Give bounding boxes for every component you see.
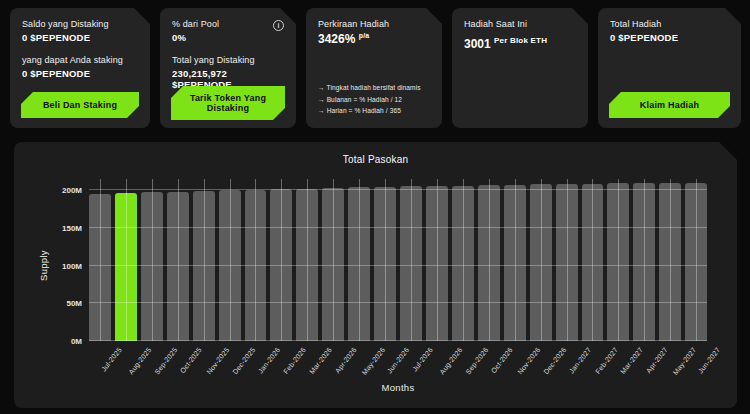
- claim-rewards-button[interactable]: Klaim Hadiah: [609, 92, 730, 118]
- bar-slot: Jul-2025: [89, 179, 111, 341]
- x-tick-label: Aug-2025: [127, 346, 152, 376]
- x-tick-label: Apr-2027: [645, 346, 669, 374]
- current-rewards-value: 3001 Per Blok ETH: [464, 36, 576, 51]
- pool-share-label: % dari Pool: [172, 19, 219, 29]
- current-rewards-label: Hadiah Saat Ini: [464, 19, 576, 29]
- rewards-note: → Tingkat hadiah bersifat dinamis: [318, 82, 421, 94]
- vertical-gridline: [696, 179, 697, 341]
- vertical-gridline: [359, 179, 360, 341]
- bar-slot: Feb-2026: [270, 179, 292, 341]
- vertical-gridline: [670, 179, 671, 341]
- horizontal-gridline: [89, 265, 707, 266]
- bar-slot: Jan-2026: [245, 179, 267, 341]
- bar-slot: Nov-2026: [504, 179, 526, 341]
- vertical-gridline: [437, 179, 438, 341]
- x-axis-label: Months: [89, 382, 707, 393]
- vertical-gridline: [463, 179, 464, 341]
- horizontal-gridline: [89, 189, 707, 190]
- buy-and-stake-button[interactable]: Beli Dan Staking: [21, 92, 139, 118]
- x-tick-label: May-2026: [361, 346, 387, 376]
- vertical-gridline: [307, 179, 308, 341]
- x-tick-label: Jan-2026: [256, 346, 280, 375]
- vertical-gridline: [644, 179, 645, 341]
- card-staking-balance: Saldo yang Distaking 0 $PEPENODE yang da…: [10, 8, 150, 128]
- per-block-suffix: Per Blok ETH: [494, 36, 547, 45]
- x-tick-label: Feb-2027: [594, 346, 619, 375]
- withdraw-staked-tokens-button[interactable]: Tarik Token Yang Distaking: [171, 86, 285, 120]
- bar-slot: Jun-2027: [685, 179, 707, 341]
- x-tick-label: Feb-2026: [283, 346, 308, 375]
- vertical-gridline: [411, 179, 412, 341]
- y-tick-label: 50M: [66, 299, 82, 308]
- bar-slot: Feb-2027: [582, 179, 604, 341]
- vertical-gridline: [515, 179, 516, 341]
- horizontal-gridline: [89, 302, 707, 303]
- x-tick-label: Dec-2025: [231, 346, 256, 375]
- x-tick-label: Sep-2026: [464, 346, 489, 376]
- bar-slot: Sep-2025: [141, 179, 163, 341]
- vertical-gridline: [204, 179, 205, 341]
- x-tick-label: Jul-2025: [100, 346, 123, 373]
- x-tick-label: Apr-2026: [334, 346, 358, 374]
- info-icon[interactable]: i: [273, 20, 284, 31]
- total-staked-label: Total yang Distaking: [172, 55, 284, 65]
- plot-area: Jul-2025Aug-2025Sep-2025Oct-2025Nov-2025…: [89, 179, 707, 341]
- vertical-gridline: [281, 179, 282, 341]
- bar-slot: Dec-2025: [219, 179, 241, 341]
- x-tick-label: Jun-2026: [386, 346, 410, 375]
- bar-slot: Jun-2026: [374, 179, 396, 341]
- bar-slot: Jan-2027: [556, 179, 578, 341]
- y-tick-label: 200M: [62, 186, 82, 195]
- bar-slot: May-2027: [659, 179, 681, 341]
- card-estimated-rewards: Perkiraan Hadiah 3426% p/a → Tingkat had…: [306, 8, 442, 128]
- vertical-gridline: [126, 179, 127, 341]
- staked-balance-label: Saldo yang Distaking: [22, 19, 138, 29]
- bar-slot: Sep-2026: [452, 179, 474, 341]
- bar-slot: Apr-2027: [633, 179, 655, 341]
- bar-slot: Oct-2025: [167, 179, 189, 341]
- x-tick-label: Oct-2025: [178, 346, 202, 374]
- rewards-notes: → Tingkat hadiah bersifat dinamis → Bula…: [318, 82, 421, 117]
- x-tick-label: Nov-2025: [205, 346, 230, 375]
- vertical-gridline: [385, 179, 386, 341]
- x-tick-label: Mar-2027: [620, 346, 645, 375]
- x-tick-label: Jun-2027: [697, 346, 721, 375]
- bar-slot: May-2026: [348, 179, 370, 341]
- vertical-gridline: [230, 179, 231, 341]
- bar-slot: Jul-2026: [400, 179, 422, 341]
- y-tick-label: 0M: [71, 337, 82, 346]
- vertical-gridline: [152, 179, 153, 341]
- vertical-gridline: [178, 179, 179, 341]
- chart-title: Total Pasokan: [14, 154, 737, 165]
- per-annum-suffix: p/a: [359, 32, 370, 39]
- x-tick-label: May-2027: [672, 346, 698, 376]
- y-axis-label: Supply: [38, 250, 49, 281]
- bar-slot: Dec-2026: [530, 179, 552, 341]
- staking-dashboard: Saldo yang Distaking 0 $PEPENODE yang da…: [0, 0, 750, 414]
- rewards-note: → Harian = % Hadiah / 365: [318, 105, 421, 117]
- x-tick-label: Nov-2026: [516, 346, 541, 375]
- stat-cards-row: Saldo yang Distaking 0 $PEPENODE yang da…: [10, 8, 741, 128]
- estimated-rewards-label: Perkiraan Hadiah: [318, 19, 430, 29]
- rewards-note: → Bulanan = % Hadiah / 12: [318, 94, 421, 106]
- bar-slot: Mar-2026: [296, 179, 318, 341]
- total-rewards-value: 0 $PEPENODE: [610, 32, 729, 43]
- x-tick-label: Aug-2026: [438, 346, 463, 376]
- card-pool-share: % dari Pool i 0% Total yang Distaking 23…: [160, 8, 296, 128]
- x-tick-label: Mar-2026: [309, 346, 334, 375]
- y-tick-label: 150M: [62, 223, 82, 232]
- x-tick-label: Dec-2026: [542, 346, 567, 375]
- bar-slot: Apr-2026: [322, 179, 344, 341]
- vertical-gridline: [541, 179, 542, 341]
- stakeable-value: 0 $PEPENODE: [22, 68, 138, 79]
- x-tick-label: Sep-2025: [153, 346, 178, 376]
- bar-slot: Aug-2026: [426, 179, 448, 341]
- pool-share-value: 0%: [172, 32, 284, 43]
- vertical-gridline: [592, 179, 593, 341]
- card-total-rewards: Total Hadiah 0 $PEPENODE Klaim Hadiah: [598, 8, 741, 128]
- bars: Jul-2025Aug-2025Sep-2025Oct-2025Nov-2025…: [89, 179, 707, 341]
- vertical-gridline: [567, 179, 568, 341]
- bar-slot: Nov-2025: [193, 179, 215, 341]
- bar-slot: Mar-2027: [607, 179, 629, 341]
- y-tick-label: 100M: [62, 261, 82, 270]
